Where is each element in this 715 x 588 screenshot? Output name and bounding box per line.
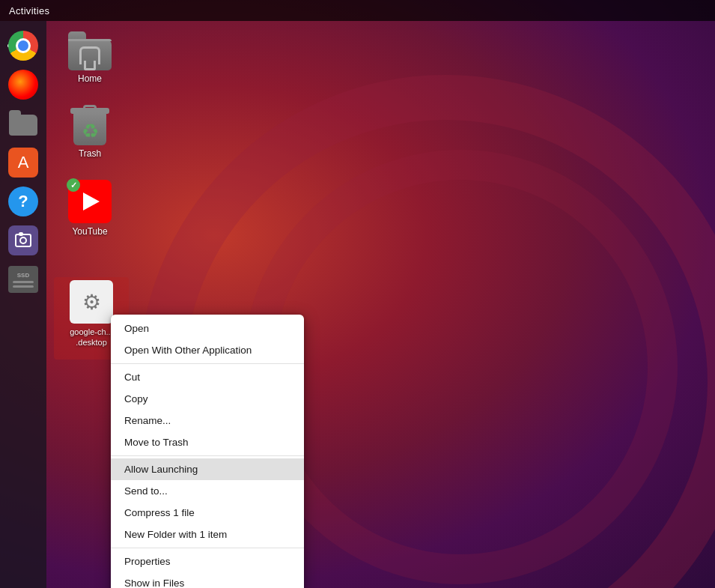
dock-item-screenshot[interactable] (6, 223, 40, 258)
help-icon: ? (8, 187, 38, 216)
svg-point-2 (20, 237, 26, 243)
dock: A ? SSD (0, 21, 46, 588)
separator-3 (111, 548, 304, 548)
desktop-icons-area: Home ♻ Trash ✓ YouTube (60, 30, 120, 240)
firefox-icon (8, 70, 38, 100)
dock-item-ssd[interactable]: SSD (6, 262, 40, 297)
dock-item-files[interactable] (6, 106, 40, 141)
activities-button[interactable]: Activities (9, 5, 49, 16)
separator-1 (111, 363, 304, 364)
youtube-play-icon (83, 193, 100, 210)
files-icon (9, 112, 37, 136)
separator-2 (111, 455, 304, 456)
home-folder-icon (68, 33, 112, 70)
dock-item-help[interactable]: ? (6, 184, 40, 219)
desktop-icon-home[interactable]: Home (60, 30, 120, 87)
trash-icon-label: Trash (79, 148, 101, 159)
context-menu-item-compress[interactable]: Compress 1 file (111, 502, 304, 524)
dock-item-appstore[interactable]: A (6, 145, 40, 180)
context-menu-item-allow-launching[interactable]: Allow Launching (111, 458, 304, 480)
context-menu-item-cut[interactable]: Cut (111, 366, 304, 388)
file-icon-wrap: ⚙ (70, 280, 113, 324)
screenshot-icon (8, 225, 38, 255)
appstore-icon: A (8, 148, 38, 178)
context-menu-item-open-with[interactable]: Open With Other Application (111, 339, 304, 361)
youtube-icon-label: YouTube (72, 226, 107, 237)
ssd-icon: SSD (8, 266, 38, 293)
dock-item-chrome[interactable] (6, 28, 40, 63)
context-menu: Open Open With Other Application Cut Cop… (111, 315, 304, 588)
desktop-icon-trash[interactable]: ♻ Trash (60, 102, 120, 162)
trash-icon: ♻ (70, 105, 109, 145)
dock-item-firefox[interactable] (6, 67, 40, 102)
youtube-icon: ✓ (68, 180, 112, 223)
context-menu-item-rename[interactable]: Rename... (111, 410, 304, 431)
topbar: Activities (0, 0, 715, 21)
youtube-badge: ✓ (67, 178, 80, 192)
context-menu-item-send-to[interactable]: Send to... (111, 480, 304, 502)
chrome-icon (8, 31, 38, 61)
home-icon-label: Home (78, 73, 102, 84)
svg-rect-0 (16, 234, 31, 246)
context-menu-item-copy[interactable]: Copy (111, 388, 304, 410)
context-menu-item-new-folder[interactable]: New Folder with 1 item (111, 524, 304, 545)
context-menu-item-move-to-trash[interactable]: Move to Trash (111, 431, 304, 453)
gear-icon: ⚙ (82, 290, 101, 315)
desktop: Activities A ? (0, 0, 715, 588)
desktop-icon-youtube[interactable]: ✓ YouTube (60, 177, 120, 240)
context-menu-item-show-in-files[interactable]: Show in Files (111, 572, 304, 588)
context-menu-item-properties[interactable]: Properties (111, 551, 304, 572)
context-menu-item-open[interactable]: Open (111, 318, 304, 339)
